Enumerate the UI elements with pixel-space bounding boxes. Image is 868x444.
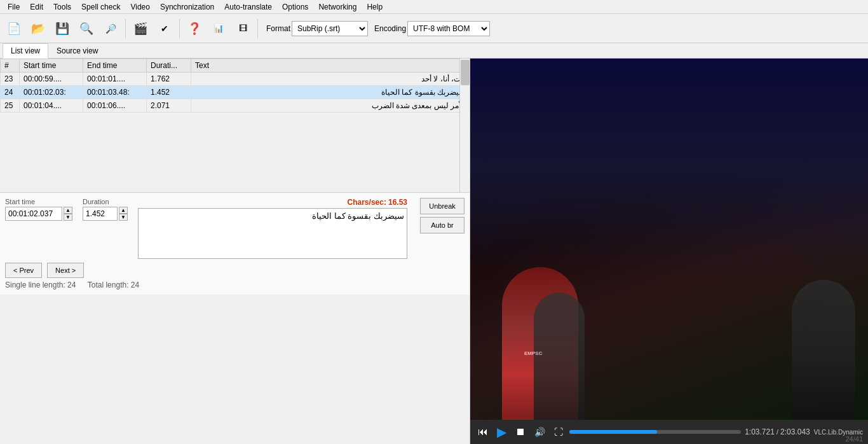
- vlc-label: VLC.Lib.Dynamic: [814, 429, 863, 436]
- table-scrollbar[interactable]: [459, 59, 470, 192]
- main-layout: # Start time End time Durati... Text 23 …: [0, 59, 868, 444]
- video-open-button[interactable]: 🎬: [129, 17, 152, 40]
- waveform-button[interactable]: 📊: [207, 17, 230, 40]
- menu-bar: File Edit Tools Spell check Video Synchr…: [0, 0, 868, 14]
- video-controls: ⏮ ▶ ⏹ 🔊 ⛶ 1:03.721 / 2:03.043 VLC.Lib.Dy…: [470, 420, 868, 444]
- toolbar-separator-3: [257, 19, 258, 38]
- view-tabs: List view Source view: [0, 43, 868, 59]
- toolbar-separator-2: [179, 19, 180, 38]
- duration-down[interactable]: ▼: [119, 214, 128, 221]
- find-button[interactable]: 🔍: [75, 17, 98, 40]
- encoding-select[interactable]: UTF-8 with BOM: [407, 21, 490, 36]
- rewind-button[interactable]: ⏮: [475, 425, 491, 439]
- start-time-label: Start time: [5, 198, 72, 205]
- video-area: EMPSC: [470, 59, 868, 420]
- open-button[interactable]: 📂: [27, 17, 50, 40]
- duration-input[interactable]: [83, 207, 118, 221]
- menu-synchronization[interactable]: Synchronization: [155, 1, 219, 13]
- left-panel: # Start time End time Durati... Text 23 …: [0, 59, 470, 444]
- format-label: Format: [266, 24, 290, 33]
- play-pause-button[interactable]: ▶: [494, 423, 509, 441]
- col-header-text: Text: [191, 59, 470, 73]
- start-time-up[interactable]: ▲: [64, 207, 72, 214]
- unbreak-button[interactable]: Unbreak: [420, 198, 465, 214]
- cell-end: 00:01:06....: [83, 99, 147, 113]
- toolbar: 📄 📂 💾 🔍 🔎 🎬 ✔ ❓ 📊 🎞 Format SubRip (.srt)…: [0, 14, 868, 43]
- col-header-num: #: [1, 59, 20, 73]
- findreplace-button[interactable]: 🔎: [99, 17, 122, 40]
- new-button[interactable]: 📄: [3, 17, 25, 40]
- table-row[interactable]: 23 00:00:59.... 00:01:01.... 1.762 أنت، …: [1, 73, 470, 86]
- cell-end: 00:01:03.48:: [83, 86, 147, 99]
- text-area-wrapper: Chars/sec: 16.53 سيضربك بقسوة كما الحياة: [138, 198, 407, 259]
- menu-video[interactable]: Video: [125, 1, 154, 13]
- cell-dur: 1.452: [147, 86, 191, 99]
- auto-br-button[interactable]: Auto br: [420, 217, 465, 233]
- col-header-dur: Durati...: [147, 59, 191, 73]
- subtitle-table: # Start time End time Durati... Text 23 …: [0, 59, 470, 113]
- start-time-field: Start time ▲ ▼: [5, 198, 72, 221]
- help-button[interactable]: ❓: [183, 17, 206, 40]
- duration-up[interactable]: ▲: [119, 207, 128, 214]
- fullscreen-button[interactable]: ⛶: [552, 426, 566, 438]
- encoding-label: Encoding: [374, 24, 406, 33]
- toolbar-separator-1: [125, 19, 126, 38]
- menu-file[interactable]: File: [3, 1, 25, 13]
- cell-start: 00:00:59....: [20, 73, 83, 86]
- progress-bar[interactable]: [569, 430, 741, 434]
- cell-num: 24: [1, 86, 20, 99]
- menu-tools[interactable]: Tools: [48, 1, 76, 13]
- table-row[interactable]: 25 00:01:04.... 00:01:06.... 2.071 الأمر…: [1, 99, 470, 113]
- volume-button[interactable]: 🔊: [532, 426, 548, 438]
- menu-edit[interactable]: Edit: [25, 1, 48, 13]
- menu-help[interactable]: Help: [362, 1, 388, 13]
- chars-sec-label: Chars/sec:: [348, 198, 386, 207]
- video-button[interactable]: 🎞: [231, 17, 254, 40]
- cell-text: أنت، أنا، لا أحد: [191, 73, 470, 86]
- cell-dur: 1.762: [147, 73, 191, 86]
- save-button[interactable]: 💾: [51, 17, 74, 40]
- col-header-end: End time: [83, 59, 147, 73]
- table-row[interactable]: 24 00:01:02.03: 00:01:03.48: 1.452 سيضرب…: [1, 86, 470, 99]
- start-time-down[interactable]: ▼: [64, 214, 72, 221]
- video-time: 1:03.721 / 2:03.043: [745, 427, 810, 436]
- chars-sec-value: 16.53: [388, 198, 407, 207]
- prev-button[interactable]: < Prev: [5, 263, 42, 278]
- cell-end: 00:01:01....: [83, 73, 147, 86]
- page-counter: 24/41: [845, 435, 863, 443]
- duration-label: Duration: [83, 198, 128, 205]
- menu-autotranslate[interactable]: Auto-translate: [219, 1, 277, 13]
- next-button[interactable]: Next >: [47, 263, 84, 278]
- tab-source-view[interactable]: Source view: [48, 43, 106, 58]
- tab-list-view[interactable]: List view: [3, 43, 48, 59]
- duration-field: Duration ▲ ▼: [83, 198, 128, 221]
- right-panel: EMPSC ⏮ ▶ ⏹ 🔊 ⛶ 1:03.721 / 2:03.043 VLC.…: [470, 59, 868, 444]
- edit-panel: Start time ▲ ▼ Duration ▲: [0, 192, 470, 295]
- col-header-start: Start time: [20, 59, 83, 73]
- cell-num: 23: [1, 73, 20, 86]
- format-select[interactable]: SubRip (.srt): [292, 21, 368, 36]
- cell-start: 00:01:04....: [20, 99, 83, 113]
- start-time-input[interactable]: [5, 207, 62, 221]
- menu-networking[interactable]: Networking: [313, 1, 362, 13]
- cell-dur: 2.071: [147, 99, 191, 113]
- spellcheck-button[interactable]: ✔: [153, 17, 176, 40]
- action-buttons: Unbreak Auto br: [420, 198, 465, 233]
- subtitle-table-wrapper: # Start time End time Durati... Text 23 …: [0, 59, 470, 192]
- cell-text: سيضربك بقسوة كما الحياة: [191, 86, 470, 99]
- stop-button[interactable]: ⏹: [513, 425, 528, 439]
- menu-spellcheck[interactable]: Spell check: [76, 1, 125, 13]
- cell-text: الأمر ليس بمعدى شدة الضرب: [191, 99, 470, 113]
- cell-start: 00:01:02.03:: [20, 86, 83, 99]
- subtitle-text-editor[interactable]: سيضربك بقسوة كما الحياة: [138, 208, 407, 259]
- length-info: Single line length: 24 Total length: 24: [5, 281, 465, 289]
- cell-num: 25: [1, 99, 20, 113]
- menu-options[interactable]: Options: [277, 1, 313, 13]
